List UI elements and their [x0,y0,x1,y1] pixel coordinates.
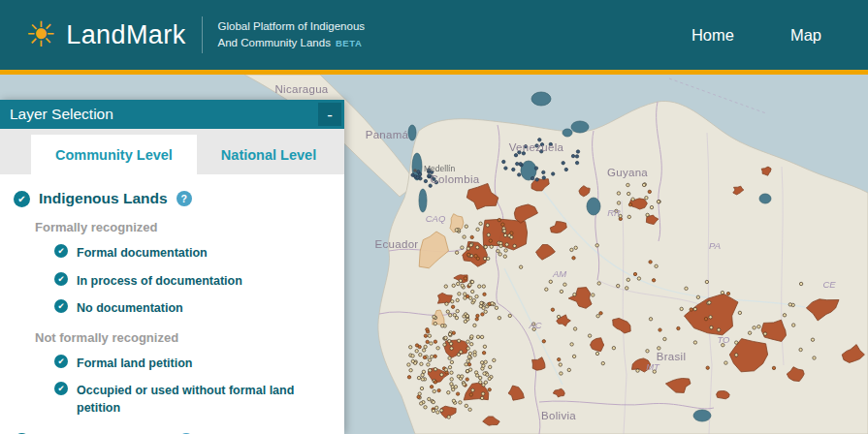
panel-tabs: Community Level National Level [0,129,344,174]
tab-national-level[interactable]: National Level [197,135,340,174]
beta-badge: BETA [336,38,363,48]
map-label-rr: RR [607,207,621,218]
city-marker-medellin [413,169,417,172]
main-nav: Home Map [691,26,843,45]
map-label-venezuela: Venezuela [509,141,564,153]
layer-no-documentation[interactable]: ✔ No documentation [54,299,333,318]
checkbox-checked-icon[interactable]: ✔ [14,191,30,207]
map-label-ac: AC [528,320,541,330]
map-label-brasil: Brasil [657,351,687,362]
map-label-panamá: Panamá [366,129,409,140]
checkbox-checked-icon[interactable]: ✔ [54,299,68,313]
layer-selection-panel: Layer Selection - Community Level Nation… [0,100,344,434]
map-label-caq: CAQ [426,213,446,224]
checkbox-checked-icon[interactable]: ✔ [54,355,68,368]
map-label-medellín: Medellín [424,164,455,173]
collapse-panel-button[interactable]: - [318,103,341,126]
header-divider [202,16,203,53]
group-heading-not-formally-recognized: Not formally recognized [35,330,333,345]
help-icon[interactable]: ? [177,191,192,206]
checkbox-checked-icon[interactable]: ✔ [54,272,68,286]
accent-stripe [0,70,868,75]
panel-body: ✔ Indigenous Lands ? Formally recognized… [0,174,344,434]
map-label-pa: PA [709,240,721,251]
layer-label: No documentation [77,299,183,318]
checkbox-checked-icon[interactable]: ✔ [54,382,68,395]
map-label-mt: MT [646,361,660,372]
tab-community-level[interactable]: Community Level [31,135,197,174]
map-label-am: AM [552,268,566,279]
tagline-line1: Global Platform of Indigenous [218,18,366,35]
panel-title: Layer Selection [10,106,113,123]
map-label-ce: CE [822,279,836,290]
checkbox-checked-icon[interactable]: ✔ [54,244,68,258]
layer-label: In process of documentation [77,272,242,291]
layer-label: Formal documentation [77,244,208,263]
layer-formal-land-petition[interactable]: ✔ Formal land petition [54,355,333,373]
map-label-ecuador: Ecuador [375,238,419,250]
map-label-to: TO [717,334,730,345]
layer-formal-documentation[interactable]: ✔ Formal documentation [54,244,333,263]
layer-label: Occupied or used without formal land pet… [77,382,319,417]
panel-header: Layer Selection - [0,100,344,129]
header: ☀ LandMark Global Platform of Indigenous… [0,0,868,70]
nav-map[interactable]: Map [790,26,821,45]
tagline-line2: And Community Lands [218,37,331,48]
layer-occupied-without-formal-petition[interactable]: ✔ Occupied or used without formal land p… [54,382,333,417]
layer-label: Formal land petition [77,355,192,373]
brand-name[interactable]: LandMark [66,20,185,50]
map-label-colombia: Colombia [431,173,480,185]
layer-indigenous-lands[interactable]: ✔ Indigenous Lands ? [14,190,333,207]
landmark-sun-logo-icon: ☀ [25,17,56,52]
map-label-bolivia: Bolivia [541,410,576,421]
map-label-nicaragua: Nicaragua [274,83,328,95]
tagline-line2-wrap: And Community LandsBETA [218,35,366,51]
layer-in-process-of-documentation[interactable]: ✔ In process of documentation [54,272,333,291]
indigenous-lands-label: Indigenous Lands [39,190,168,207]
tagline: Global Platform of Indigenous And Commun… [218,18,366,52]
landmark-app: ☀ LandMark Global Platform of Indigenous… [0,0,868,434]
map-label-guyana: Guyana [607,167,648,178]
group-heading-formally-recognized: Formally recognized [35,220,333,234]
nav-home[interactable]: Home [691,26,734,45]
